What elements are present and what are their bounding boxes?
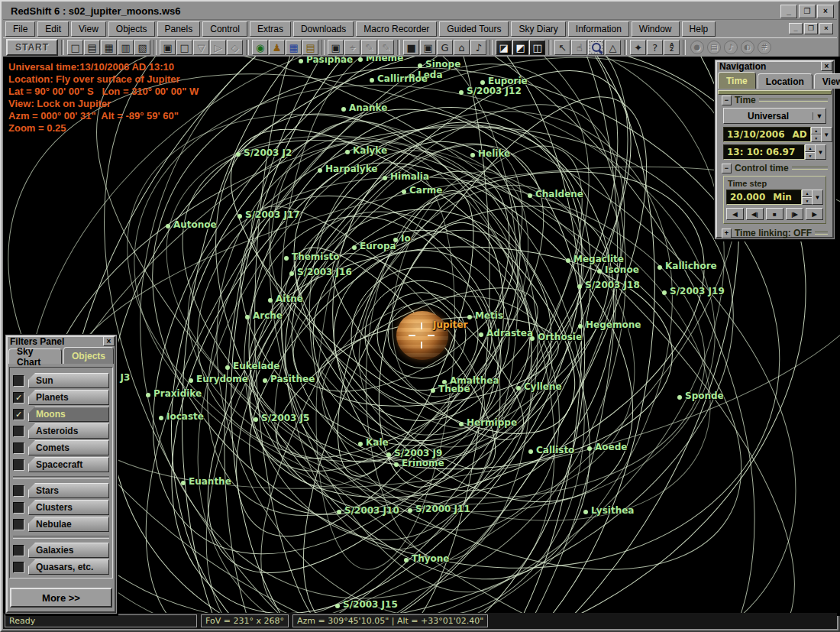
save-icon[interactable]: ▦: [101, 40, 117, 55]
jupiter-planet[interactable]: [396, 311, 448, 360]
moon-label-s-2003-j10[interactable]: S/2003 J10: [344, 505, 399, 516]
moon-label-erinome[interactable]: Erinome: [402, 458, 444, 468]
display-cube-icon[interactable]: ■: [403, 40, 419, 55]
sort-az-icon[interactable]: AZ: [664, 40, 680, 55]
moon-label-aitne[interactable]: Aitne: [276, 293, 303, 304]
play-reverse-button[interactable]: ◀: [726, 208, 744, 220]
date-up-button[interactable]: ▲: [811, 127, 822, 135]
menu-window[interactable]: Window: [632, 21, 680, 37]
moon-label-aoede[interactable]: Aoede: [595, 442, 627, 452]
time-collapse-button[interactable]: −: [722, 96, 732, 105]
sound-mute-icon[interactable]: ♪: [470, 40, 486, 55]
moon-label-s-2003-j17[interactable]: S/2003 J17: [245, 209, 300, 220]
maximize-button[interactable]: ❐: [799, 5, 816, 18]
center-object-icon[interactable]: ◉: [252, 40, 268, 55]
moon-label-eurydome[interactable]: Eurydome: [196, 374, 248, 384]
moon-label-callisto[interactable]: Callisto: [536, 445, 574, 455]
moon-label-pasithee[interactable]: Pasithee: [270, 374, 315, 384]
menu-objects[interactable]: Objects: [108, 21, 155, 37]
date-dropdown-button[interactable]: ▼: [821, 127, 832, 142]
moon-label-s-2003-j18[interactable]: S/2003 J18: [585, 280, 640, 290]
moon-label-eukelade[interactable]: Eukelade: [233, 361, 279, 371]
close-button[interactable]: ×: [817, 5, 834, 18]
menu-sky-diary[interactable]: Sky Diary: [511, 21, 565, 37]
moon-label-hermippe[interactable]: Hermippe: [467, 417, 517, 428]
moon-label-sponde[interactable]: Sponde: [685, 391, 724, 401]
filmstrip-icon[interactable]: ▤: [706, 40, 722, 55]
object-info-icon[interactable]: ▣: [328, 40, 344, 55]
moon-label-s-2003-j15[interactable]: S/2003 J15: [343, 599, 398, 610]
navigation-close-button[interactable]: ×: [821, 61, 832, 71]
moon-label-adrastea[interactable]: Adrastea: [486, 328, 533, 339]
control-time-collapse-button[interactable]: −: [722, 164, 732, 173]
moon-label-europa[interactable]: Europa: [360, 241, 396, 251]
moon-label-thyone[interactable]: Thyone: [412, 553, 449, 564]
open-icon[interactable]: ▤: [84, 40, 100, 55]
date-down-button[interactable]: ▼: [811, 135, 822, 142]
moon-label-callirrhoe[interactable]: Callirrhoe: [377, 73, 428, 84]
moon-label-megaclite[interactable]: Megaclite: [573, 254, 624, 264]
play-forward-button[interactable]: ▶: [806, 208, 823, 220]
step-dropdown-button[interactable]: ▼: [812, 190, 823, 205]
frame-counter-icon[interactable]: #: [756, 40, 772, 55]
moon-label-s-2003-j5[interactable]: S/2003 J5: [261, 413, 309, 423]
moon-label-themisto[interactable]: Themisto: [292, 251, 340, 262]
moon-label-ananke[interactable]: Ananke: [349, 102, 387, 113]
start-button[interactable]: START: [6, 39, 58, 56]
moon-label-cyllene[interactable]: Cyllene: [524, 381, 562, 392]
time-dropdown-button[interactable]: ▼: [815, 144, 826, 160]
screen-mode-icon[interactable]: ▣: [160, 40, 176, 55]
menu-downloads[interactable]: Downloads: [293, 21, 354, 37]
moon-label-lysithea[interactable]: Lysithea: [591, 505, 634, 516]
moon-label-harpalyke[interactable]: Harpalyke: [325, 164, 377, 174]
moon-label-pasiphae[interactable]: Pasiphae: [306, 57, 353, 65]
time-system-select[interactable]: Universal ▼: [723, 108, 826, 124]
moon-label-himalia[interactable]: Himalia: [390, 171, 429, 182]
zoom-tool-icon[interactable]: [588, 40, 604, 55]
step-back-button[interactable]: ◀|: [746, 208, 764, 220]
sky-mode-3-icon[interactable]: ◫: [529, 40, 545, 55]
menu-file[interactable]: File: [5, 21, 35, 37]
moon-label-helike[interactable]: Helike: [478, 148, 510, 159]
tab-objects[interactable]: Objects: [63, 347, 114, 364]
record-movie-icon[interactable]: ●: [689, 40, 705, 55]
moon-label-isonoe[interactable]: Isonoe: [605, 264, 639, 275]
moon-label-metis[interactable]: Metis: [475, 310, 503, 321]
step-down-button[interactable]: ▼: [802, 197, 813, 205]
movie-clock-icon[interactable]: ◐: [739, 40, 755, 55]
menu-panels[interactable]: Panels: [157, 21, 201, 37]
tab-sky-chart[interactable]: Sky Chart: [8, 348, 62, 364]
moon-label-mneme[interactable]: Mneme: [366, 57, 403, 63]
moon-label-kallichore[interactable]: Kallichore: [665, 261, 717, 271]
moon-label-s-2003-j12[interactable]: S/2003 J12: [467, 86, 522, 96]
home-view-icon[interactable]: ⌂: [454, 40, 470, 55]
moon-label-kalyke[interactable]: Kalyke: [353, 145, 387, 156]
menu-help[interactable]: Help: [682, 21, 716, 37]
moon-label-iocaste[interactable]: Iocaste: [166, 411, 204, 422]
moon-label-hegemone[interactable]: Hegemone: [586, 319, 641, 330]
photo-gallery-icon[interactable]: ▣: [420, 40, 436, 55]
flip-vertical-icon[interactable]: ▽: [193, 40, 209, 55]
time-field[interactable]: 13: 10: 06.97: [723, 144, 805, 160]
moon-label-s-2003-j19[interactable]: S/2003 J19: [670, 286, 725, 297]
menu-macro-recorder[interactable]: Macro Recorder: [356, 21, 437, 37]
moon-label-kale[interactable]: Kale: [366, 437, 389, 448]
print-icon[interactable]: ▥: [118, 40, 134, 55]
mdi-minimize-button[interactable]: _: [789, 23, 803, 34]
observer-position-icon[interactable]: ♟: [269, 40, 285, 55]
jupiter-label[interactable]: Jupiter: [433, 319, 468, 330]
step-forward-button[interactable]: |▶: [786, 208, 803, 220]
instrument-a-icon[interactable]: ✎: [361, 40, 377, 55]
angle-tool-icon[interactable]: △: [605, 40, 621, 55]
menu-guided-tours[interactable]: Guided Tours: [439, 21, 509, 37]
telescope-control-icon[interactable]: ⌖: [344, 40, 360, 55]
moon-label-s-2003-j2[interactable]: S/2003 J2: [244, 147, 292, 158]
tab-location[interactable]: Location: [758, 73, 813, 89]
print-preview-icon[interactable]: ▧: [134, 40, 150, 55]
mirror-view-icon[interactable]: ◇: [227, 40, 243, 55]
filters-close-button[interactable]: ×: [103, 336, 115, 346]
moon-label-arche[interactable]: Arche: [253, 310, 283, 321]
pan-hand-icon[interactable]: ☝: [571, 40, 587, 55]
menu-edit[interactable]: Edit: [37, 21, 69, 37]
menu-extras[interactable]: Extras: [250, 21, 291, 37]
